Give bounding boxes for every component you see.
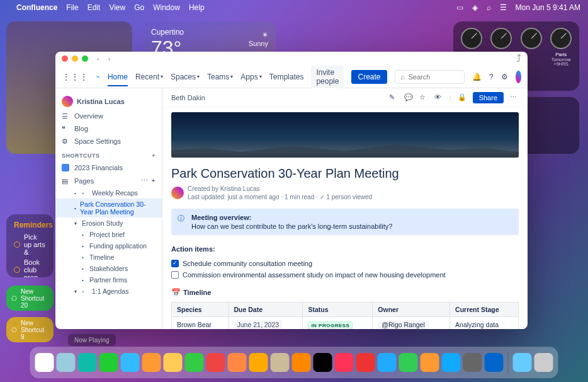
window-minimize-icon[interactable] bbox=[72, 55, 78, 62]
action-item[interactable]: Schedule community consultation meeting bbox=[171, 258, 519, 269]
comment-icon[interactable]: 💬 bbox=[404, 93, 413, 102]
sidebar-tree-item[interactable]: •Project brief bbox=[55, 229, 162, 240]
sidebar-tree-item[interactable]: •▫Weekly Recaps bbox=[55, 187, 162, 199]
nav-back-icon[interactable]: ‹ bbox=[97, 55, 99, 62]
sidebar-tree-item[interactable]: •Timeline bbox=[55, 252, 162, 263]
radio-icon[interactable] bbox=[14, 267, 20, 273]
dock-app-icon[interactable] bbox=[185, 353, 204, 372]
dock-app-icon[interactable] bbox=[228, 353, 247, 372]
dock-app-icon[interactable] bbox=[463, 353, 482, 372]
table-row[interactable]: Brown Bear June 21, 2023 IN PROGRESS @Ri… bbox=[172, 317, 519, 330]
nav-forward-icon[interactable]: › bbox=[108, 55, 111, 62]
more-actions-icon[interactable]: ⋯ bbox=[510, 93, 519, 102]
shortcut-widget-9[interactable]: ⎔New Shortcut 9 bbox=[6, 317, 54, 342]
sidebar-overview[interactable]: ☰Overview bbox=[55, 110, 162, 122]
dock-app-icon[interactable] bbox=[142, 353, 161, 372]
dock-app-icon[interactable] bbox=[121, 353, 140, 372]
sidebar-blog[interactable]: ❝Blog bbox=[55, 122, 162, 135]
help-icon[interactable]: ? bbox=[489, 71, 494, 83]
nav-templates[interactable]: Templates bbox=[269, 72, 304, 81]
search-box[interactable]: ⌕ bbox=[395, 70, 465, 84]
dock-app-icon[interactable] bbox=[206, 353, 225, 372]
lock-icon[interactable]: 🔒 bbox=[458, 93, 466, 102]
sidebar-user[interactable]: Kristina Lucas bbox=[55, 93, 162, 110]
sidebar-tree-item[interactable]: •Stakeholders bbox=[55, 263, 162, 274]
nav-recent[interactable]: Recent▾ bbox=[135, 72, 163, 81]
dock-app-icon[interactable] bbox=[513, 353, 532, 372]
window-zoom-icon[interactable] bbox=[82, 55, 88, 62]
dock-app-icon[interactable] bbox=[421, 353, 439, 372]
dock-app-icon[interactable] bbox=[314, 353, 332, 372]
dock-app-icon[interactable] bbox=[249, 353, 268, 372]
dock-app-icon[interactable] bbox=[164, 353, 183, 372]
cell-due-date[interactable]: June 21, 2023 bbox=[234, 320, 283, 329]
spotlight-icon[interactable]: ⌕ bbox=[487, 3, 491, 12]
user-mention[interactable]: @Rigo Rangel bbox=[378, 320, 428, 329]
menu-help[interactable]: Help bbox=[189, 3, 205, 12]
shortcut-widget-20[interactable]: ⎔New Shortcut 20 bbox=[6, 286, 54, 311]
menubar-app-name[interactable]: Confluence bbox=[16, 3, 57, 12]
window-close-icon[interactable] bbox=[62, 55, 68, 62]
notifications-icon[interactable]: 🔔 bbox=[472, 71, 482, 83]
share-button[interactable]: Share bbox=[473, 92, 504, 103]
menu-view[interactable]: View bbox=[109, 3, 125, 12]
dock-app-icon[interactable] bbox=[292, 353, 311, 372]
profile-avatar[interactable] bbox=[516, 71, 521, 83]
dock-app-icon[interactable] bbox=[356, 353, 375, 372]
checkbox-checked-icon[interactable] bbox=[171, 260, 179, 267]
reminder-item[interactable]: Pick up arts & bbox=[14, 233, 46, 256]
reminders-widget[interactable]: Reminders Pick up arts & Book club prep … bbox=[6, 214, 54, 277]
search-input[interactable] bbox=[409, 73, 459, 81]
breadcrumb[interactable]: Beth Dakin bbox=[171, 94, 205, 101]
window-titlebar[interactable]: ‹› ⤴ bbox=[55, 52, 528, 66]
menu-go[interactable]: Go bbox=[134, 3, 144, 12]
wifi-icon[interactable]: ◈ bbox=[472, 3, 478, 12]
dock-app-icon[interactable] bbox=[78, 353, 97, 372]
control-center-icon[interactable]: ☰ bbox=[500, 3, 507, 12]
settings-icon[interactable]: ⚙ bbox=[501, 71, 508, 83]
nav-spaces[interactable]: Spaces▾ bbox=[171, 72, 200, 81]
reminder-item[interactable]: Book club prep bbox=[14, 258, 46, 277]
add-page-icon[interactable]: + bbox=[152, 177, 155, 185]
dock-app-icon[interactable] bbox=[442, 353, 461, 372]
invite-button[interactable]: Invite people bbox=[311, 66, 344, 88]
dock-app-icon[interactable] bbox=[57, 353, 76, 372]
star-icon[interactable]: ☆ bbox=[419, 93, 428, 102]
dock-app-icon[interactable] bbox=[485, 353, 504, 372]
sidebar-tree-item[interactable]: ▾Erosion Study bbox=[55, 217, 162, 229]
sidebar-shortcut-item[interactable]: 2023 Financials bbox=[55, 161, 162, 174]
dock-app-icon[interactable] bbox=[271, 353, 290, 372]
confluence-logo-icon[interactable] bbox=[96, 72, 100, 82]
sidebar-pages[interactable]: ▤Pages⋯+ bbox=[55, 174, 162, 187]
action-item[interactable]: Commission environmental assessment stud… bbox=[171, 269, 519, 281]
app-switcher-icon[interactable]: ⋮⋮⋮ bbox=[62, 72, 88, 82]
sidebar-space-settings[interactable]: ⚙Space Settings bbox=[55, 135, 162, 148]
dock-app-icon[interactable] bbox=[378, 353, 397, 372]
sidebar-tree-item[interactable]: ▾▫1:1 Agendas bbox=[55, 286, 162, 297]
menubar-datetime[interactable]: Mon Jun 5 9:41 AM bbox=[516, 3, 580, 12]
now-playing-widget[interactable]: Now Playing bbox=[68, 334, 116, 346]
sidebar-tree-item[interactable]: •Partner firms bbox=[55, 274, 162, 286]
dock-app-icon[interactable] bbox=[399, 353, 418, 372]
add-shortcut-icon[interactable]: + bbox=[152, 153, 155, 159]
menu-edit[interactable]: Edit bbox=[88, 3, 101, 12]
create-button[interactable]: Create bbox=[351, 70, 387, 84]
sidebar-tree-item[interactable]: •Funding application bbox=[55, 240, 162, 252]
dock-app-icon[interactable] bbox=[335, 353, 354, 372]
dock-app-icon[interactable] bbox=[534, 353, 553, 372]
more-icon[interactable]: ⋯ bbox=[141, 177, 148, 185]
dock-app-icon[interactable] bbox=[35, 353, 54, 372]
sidebar-tree-item[interactable]: •Park Conservation 30-Year Plan Meeting bbox=[55, 199, 162, 217]
nav-apps[interactable]: Apps▾ bbox=[240, 72, 261, 81]
radio-icon[interactable] bbox=[14, 241, 20, 248]
edit-icon[interactable]: ✎ bbox=[389, 93, 398, 102]
dock-app-icon[interactable] bbox=[99, 353, 118, 372]
menu-file[interactable]: File bbox=[66, 3, 78, 12]
battery-icon[interactable]: ▭ bbox=[456, 3, 463, 12]
nav-teams[interactable]: Teams▾ bbox=[207, 72, 233, 81]
watch-icon[interactable]: 👁 bbox=[434, 93, 443, 102]
menu-window[interactable]: Window bbox=[153, 3, 180, 12]
nav-home[interactable]: Home bbox=[108, 72, 128, 86]
checkbox-icon[interactable] bbox=[171, 271, 179, 279]
share-icon[interactable]: ⤴ bbox=[516, 53, 521, 64]
